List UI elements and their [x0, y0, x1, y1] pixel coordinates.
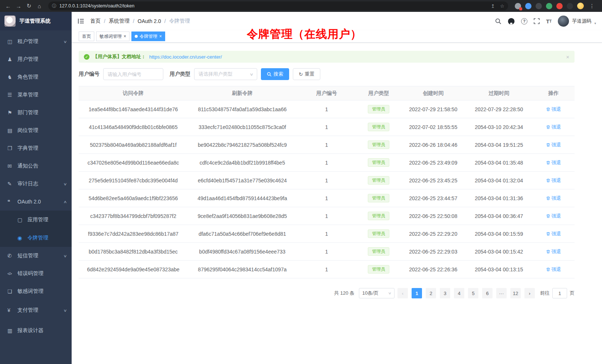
force-logout-button[interactable]: 强退 — [546, 231, 561, 237]
bookmark-star-icon[interactable]: ☆ — [500, 3, 504, 9]
reset-button[interactable]: ↻ 重置 — [293, 68, 320, 80]
sidebar-collapse-icon[interactable] — [78, 18, 84, 24]
table-row: c342377bf8b344799dcbf7bf095287f2 9ce8ef2… — [79, 207, 575, 225]
user-id-cell: 1 — [297, 154, 356, 172]
browser-forward-icon[interactable]: → — [14, 1, 23, 10]
tab-sensitive-word[interactable]: 敏感词管理 × — [96, 32, 130, 41]
share-icon[interactable]: ↥ — [491, 3, 495, 9]
close-icon[interactable]: × — [566, 54, 569, 60]
browser-home-icon[interactable]: ⌂ — [35, 1, 44, 10]
sidebar-item-oauth[interactable]: ❝ OAuth 2.0 ∧ — [0, 193, 72, 211]
sidebar-item-app-management[interactable]: ▢ 应用管理 — [0, 211, 72, 229]
browser-reload-icon[interactable]: ↻ — [24, 1, 33, 10]
user-type-select[interactable]: 请选择用户类型 ∨ — [194, 68, 257, 80]
page-button[interactable]: 3 — [440, 288, 450, 298]
force-logout-button[interactable]: 强退 — [546, 177, 561, 184]
extension-puzzle-icon[interactable] — [556, 3, 563, 9]
access-token-cell: c347026e805e4d99b0d116eae66eda8c — [79, 154, 188, 172]
dict-icon: ❒ — [7, 145, 16, 151]
force-logout-button[interactable]: 强退 — [546, 106, 561, 113]
table-row: 6d842e2924594de9a09e45e087323abe 8796295… — [79, 261, 575, 278]
sidebar-item-dict[interactable]: ❒ 字典管理 — [0, 139, 72, 157]
browser-menu-icon[interactable]: ⋮ — [588, 3, 596, 9]
created-cell: 2022-06-25 23:49:09 — [401, 154, 465, 172]
sidebar-item-notice[interactable]: ✉ 通知公告 — [0, 157, 72, 175]
extension-icon[interactable] — [567, 3, 573, 9]
chevron-down-icon: ∨ — [63, 40, 67, 44]
search-icon[interactable] — [495, 18, 501, 24]
sidebar-item-sms[interactable]: ✆ 短信管理 ∨ — [0, 247, 72, 265]
force-logout-button[interactable]: 强退 — [546, 266, 561, 273]
prev-page-button[interactable]: ‹ — [397, 288, 408, 298]
status-badge: 管理员 — [368, 265, 389, 273]
site-info-icon[interactable]: ⓘ — [52, 3, 56, 9]
browser-back-icon[interactable]: ← — [4, 1, 13, 10]
page-button[interactable]: 4 — [454, 288, 464, 298]
actions-cell: 强退 — [532, 154, 575, 172]
sidebar-item-menu[interactable]: ☰ 菜单管理 — [0, 86, 72, 104]
sidebar-item-audit-log[interactable]: ✎ 审计日志 ∨ — [0, 175, 72, 193]
user-id-input[interactable] — [103, 68, 163, 80]
more-pages-button[interactable]: ··· — [496, 288, 507, 298]
expires-cell: 2022-07-29 22:28:50 — [465, 100, 532, 118]
breadcrumb-item[interactable]: OAuth 2.0 — [138, 18, 161, 24]
sidebar-item-tenant[interactable]: ◫ 租户管理 ∨ — [0, 33, 72, 50]
sidebar-item-token-management[interactable]: ◉ 令牌管理 — [0, 229, 72, 247]
next-page-button[interactable]: › — [524, 288, 535, 298]
page-size-select[interactable]: 10条/页 ∨ — [359, 288, 395, 298]
url-text[interactable]: 127.0.0.1:1024/system/oauth2/token — [59, 3, 488, 9]
breadcrumb-item[interactable]: 首页 — [90, 18, 101, 24]
sidebar-item-sensitive-word[interactable]: ❏ 敏感词管理 — [0, 282, 72, 300]
font-size-icon[interactable]: TT — [546, 18, 552, 24]
fullscreen-icon[interactable] — [534, 18, 540, 24]
page-button[interactable]: 2 — [426, 288, 436, 298]
page-button[interactable]: 5 — [468, 288, 478, 298]
close-icon[interactable]: × — [159, 34, 162, 39]
force-logout-button[interactable]: 强退 — [546, 195, 561, 202]
page-button[interactable]: 12 — [510, 288, 521, 298]
extension-icon[interactable] — [536, 3, 542, 9]
close-icon[interactable]: × — [124, 34, 126, 39]
tab-home[interactable]: 首页 — [79, 32, 94, 41]
sidebar-item-label: 字典管理 — [17, 145, 66, 152]
force-logout-button[interactable]: 强退 — [546, 213, 561, 219]
sidebar-item-payment[interactable]: ¥ 支付管理 ∨ — [0, 301, 72, 319]
doc-link[interactable]: https://doc.iocoder.cn/user-center/ — [149, 54, 222, 60]
app-logo-bar[interactable]: 芋道管理系统 — [0, 12, 72, 30]
sidebar-item-user[interactable]: ♟ 用户管理 — [0, 50, 72, 68]
user-dropdown[interactable]: 芋道源码 ▾ — [558, 16, 596, 27]
sidebar-item-label: 错误码管理 — [17, 270, 66, 277]
force-logout-button[interactable]: 强退 — [546, 159, 561, 166]
table-row: 502375b8040a469a9b82188afdf6af1f be90422… — [79, 136, 575, 154]
extension-icon[interactable] — [546, 3, 552, 9]
sidebar-item-error-code[interactable]: </> 错误码管理 — [0, 265, 72, 282]
table-row: c347026e805e4d99b0d116eae66eda8c cdfc4ce… — [79, 154, 575, 172]
tab-token-management[interactable]: 令牌管理 × — [131, 32, 165, 41]
page-button[interactable]: 6 — [482, 288, 493, 298]
doc-alert: ✓ 【用户体系】文档地址： https://doc.iocoder.cn/use… — [79, 51, 575, 63]
extension-icon[interactable] — [525, 3, 531, 9]
browser-profile-avatar[interactable] — [577, 3, 584, 9]
access-token-cell: c342377bf8b344799dcbf7bf095287f2 — [79, 207, 188, 225]
sidebar-item-label: 部门管理 — [17, 109, 66, 116]
sidebar-item-report-designer[interactable]: ▥ 报表设计器 — [0, 322, 72, 340]
force-logout-button[interactable]: 强退 — [546, 248, 561, 255]
header-actions: ? TT 芋道源码 ▾ — [495, 16, 596, 27]
github-icon[interactable] — [508, 18, 515, 25]
sidebar-item-role[interactable]: ♞ 角色管理 — [0, 68, 72, 86]
force-logout-button[interactable]: 强退 — [546, 142, 561, 148]
sidebar-item-post[interactable]: ▤ 岗位管理 — [0, 122, 72, 139]
force-logout-button[interactable]: 强退 — [546, 124, 561, 130]
sidebar-item-dept[interactable]: ⚑ 部门管理 — [0, 104, 72, 122]
help-icon[interactable]: ? — [521, 18, 527, 24]
active-tab-dot — [135, 35, 138, 38]
chevron-down-icon: ∨ — [63, 254, 67, 258]
goto-page-input[interactable] — [552, 288, 567, 298]
search-button[interactable]: 搜索 — [261, 68, 289, 80]
address-bar[interactable]: ⓘ 127.0.0.1:1024/system/oauth2/token ↥ ☆ — [48, 1, 508, 10]
extension-icon[interactable] — [515, 3, 521, 9]
breadcrumb-item[interactable]: 系统管理 — [109, 18, 130, 24]
user-id-cell: 1 — [297, 172, 356, 189]
menu-list-icon: ☰ — [7, 92, 16, 98]
page-button[interactable]: 1 — [412, 288, 422, 298]
